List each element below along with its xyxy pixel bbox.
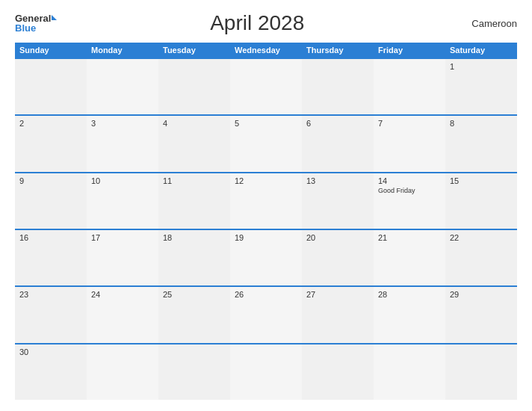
calendar-cell	[302, 344, 374, 400]
calendar-week-5: 23242526272829	[15, 285, 517, 342]
day-number: 16	[19, 233, 82, 242]
day-number: 14	[378, 176, 441, 185]
day-number: 2	[19, 119, 82, 128]
calendar-cell: 3	[87, 116, 158, 171]
calendar-cell: 7	[374, 116, 445, 171]
calendar-cell: 19	[230, 230, 302, 285]
day-number: 28	[378, 290, 441, 299]
calendar-cell: 23	[15, 287, 87, 342]
calendar-cell: 16	[15, 230, 87, 285]
weekday-header-thursday: Thursday	[302, 43, 374, 58]
calendar-cell: 30	[15, 344, 87, 400]
weekday-header-saturday: Saturday	[445, 43, 517, 58]
calendar-cell	[230, 344, 302, 400]
day-number: 19	[235, 233, 297, 242]
day-number: 21	[378, 233, 441, 242]
day-number: 23	[19, 290, 82, 299]
calendar-cell: 24	[87, 287, 158, 342]
calendar-cell: 26	[230, 287, 302, 342]
logo-blue: Blue	[15, 23, 57, 33]
day-number: 1	[450, 62, 513, 71]
calendar-cell: 17	[87, 230, 158, 285]
logo-text: General Blue	[15, 13, 57, 33]
weekday-header-friday: Friday	[374, 43, 445, 58]
calendar-week-2: 2345678	[15, 114, 517, 171]
day-number: 26	[235, 290, 297, 299]
page-header: General Blue April 2028 Cameroon	[15, 11, 517, 35]
calendar-cell: 22	[445, 230, 517, 285]
calendar-cell: 9	[15, 173, 87, 229]
day-number: 15	[450, 176, 513, 185]
day-number: 20	[306, 233, 369, 242]
day-number: 22	[450, 233, 513, 242]
calendar-cell	[158, 59, 230, 114]
logo: General Blue	[15, 13, 57, 33]
day-number: 11	[163, 176, 226, 185]
day-number: 24	[91, 290, 154, 299]
day-number: 27	[306, 290, 369, 299]
calendar-cell: 14Good Friday	[374, 173, 445, 229]
day-number: 25	[163, 290, 226, 299]
calendar-cell: 2	[15, 116, 87, 171]
calendar-header: SundayMondayTuesdayWednesdayThursdayFrid…	[15, 43, 517, 58]
weekday-header-tuesday: Tuesday	[158, 43, 230, 58]
calendar-cell: 10	[87, 173, 158, 229]
calendar-cell	[230, 59, 302, 114]
calendar-cell: 27	[302, 287, 374, 342]
day-number: 5	[235, 119, 297, 128]
calendar-cell: 29	[445, 287, 517, 342]
calendar-cell	[15, 59, 87, 114]
calendar-cell: 13	[302, 173, 374, 229]
calendar-cell: 8	[445, 116, 517, 171]
calendar-cell: 18	[158, 230, 230, 285]
day-number: 18	[163, 233, 226, 242]
day-number: 6	[306, 119, 369, 128]
day-number: 3	[91, 119, 154, 128]
calendar-week-3: 91011121314Good Friday15	[15, 172, 517, 229]
holiday-label: Good Friday	[378, 187, 441, 194]
calendar-cell: 1	[445, 59, 517, 114]
calendar-cell: 5	[230, 116, 302, 171]
day-number: 4	[163, 119, 226, 128]
calendar-cell	[374, 59, 445, 114]
day-number: 30	[19, 347, 82, 356]
calendar-week-6: 30	[15, 343, 517, 400]
day-number: 17	[91, 233, 154, 242]
page-title: April 2028	[57, 11, 457, 35]
calendar-cell: 4	[158, 116, 230, 171]
calendar-week-4: 16171819202122	[15, 229, 517, 285]
day-number: 13	[306, 176, 369, 185]
calendar-cell	[374, 344, 445, 400]
calendar-cell	[158, 344, 230, 400]
calendar-cell: 28	[374, 287, 445, 342]
calendar-cell: 11	[158, 173, 230, 229]
day-number: 9	[19, 176, 82, 185]
calendar-cell: 6	[302, 116, 374, 171]
calendar-cell	[445, 344, 517, 400]
logo-triangle-icon	[52, 15, 57, 20]
calendar-body: 1234567891011121314Good Friday1516171819…	[15, 58, 517, 400]
calendar-cell	[87, 59, 158, 114]
weekday-header-wednesday: Wednesday	[230, 43, 302, 58]
calendar-page: General Blue April 2028 Cameroon SundayM…	[0, 0, 532, 411]
calendar-cell: 25	[158, 287, 230, 342]
calendar-cell: 12	[230, 173, 302, 229]
calendar-cell: 20	[302, 230, 374, 285]
day-number: 7	[378, 119, 441, 128]
day-number: 12	[235, 176, 297, 185]
weekday-header-monday: Monday	[87, 43, 158, 58]
calendar: SundayMondayTuesdayWednesdayThursdayFrid…	[15, 43, 517, 400]
day-number: 29	[450, 290, 513, 299]
day-number: 8	[450, 119, 513, 128]
calendar-cell	[87, 344, 158, 400]
calendar-cell: 15	[445, 173, 517, 229]
day-number: 10	[91, 176, 154, 185]
calendar-week-1: 1	[15, 58, 517, 114]
country-label: Cameroon	[457, 18, 517, 29]
calendar-cell	[302, 59, 374, 114]
weekday-header-sunday: Sunday	[15, 43, 87, 58]
calendar-cell: 21	[374, 230, 445, 285]
